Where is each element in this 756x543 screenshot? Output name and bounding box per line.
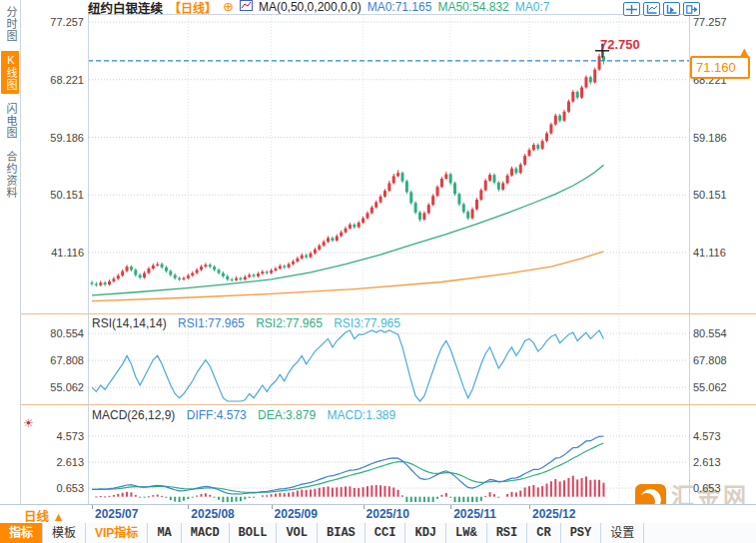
toolbar-tab-vip-indicator[interactable]: VIP指标 [86, 523, 148, 543]
toolbar-tab-ma[interactable]: MA [148, 523, 181, 543]
toolbar-tab-rsi[interactable]: RSI [487, 523, 528, 543]
rsi-name[interactable]: RSI(14,14,14) [92, 316, 167, 330]
y-axis-label: 80.554 [22, 327, 84, 339]
ma-mini-chart-icon [240, 0, 253, 14]
ma200-value: MA0:7 [515, 0, 550, 14]
sidebar-item-contract-info[interactable]: 合约资料 [1, 148, 19, 202]
y-axis-label: 2.613 [693, 456, 721, 468]
y-axis-label: 59.186 [693, 132, 727, 144]
macd-value: MACD:1.389 [327, 408, 395, 422]
y-axis-label: 77.257 [693, 16, 727, 28]
toolbar-tab-indicator[interactable]: 指标 [0, 523, 43, 543]
diff-value: DIFF:4.573 [187, 408, 247, 422]
pop-out-icon[interactable] [683, 2, 700, 16]
y-axis-label: 41.116 [22, 247, 84, 259]
toolbar-tab-boll[interactable]: BOLL [230, 523, 278, 543]
ma-formula: MA(0,50,0,200,0,0) [259, 0, 362, 14]
y-axis-label: 4.573 [693, 430, 721, 442]
instrument-title: 纽约白银连续 [88, 0, 163, 17]
chart-type-sidebar: 分时图K线图闪电图合约资料 [0, 0, 21, 504]
y-axis-label: 67.808 [22, 354, 84, 366]
x-axis-tick [272, 505, 273, 509]
axis-zoom-icon[interactable] [643, 2, 660, 16]
rsi1-value: RSI1:77.965 [178, 316, 245, 330]
plot-left-border [88, 14, 89, 521]
macd-header: MACD(26,12,9) DIFF:4.573 DEA:3.879 MACD:… [92, 408, 403, 422]
axis-pan-icon[interactable] [663, 2, 680, 16]
x-axis-tick [92, 505, 93, 509]
sidebar-item-kline-chart[interactable]: K线图 [1, 51, 19, 94]
add-indicator-icon[interactable]: ⊕ [223, 1, 234, 13]
y-axis-label: 68.221 [22, 74, 84, 86]
session-high-label: 72.750 [600, 37, 640, 52]
x-axis-month-label: 2025/07 [95, 507, 138, 521]
x-axis-month-label: 2025/08 [191, 507, 234, 521]
rsi-header: RSI(14,14,14) RSI1:77.965 RSI2:77.965 RS… [92, 316, 408, 330]
chart-canvas[interactable] [0, 0, 756, 543]
dea-value: DEA:3.879 [258, 408, 316, 422]
x-axis-month-label: 2025/11 [453, 507, 496, 521]
chart-header: 纽约白银连续 【日线】 ⊕ MA(0,50,0,200,0,0) MA0:71.… [88, 0, 549, 14]
x-axis-tick [450, 505, 451, 509]
y-axis-label: 50.151 [22, 189, 84, 201]
y-axis-label: 80.554 [693, 327, 727, 339]
y-axis-label: 67.808 [693, 354, 727, 366]
x-axis-month-label: 2025/10 [367, 507, 409, 521]
ma50-value: MA50:54.832 [437, 0, 508, 14]
toolbar-tab-lw[interactable]: LW& [446, 523, 487, 543]
x-axis-tick [364, 505, 365, 509]
y-axis-label: 59.186 [22, 132, 84, 144]
y-axis-label: 41.116 [693, 247, 726, 259]
chart-toolbar-icons [623, 2, 700, 16]
toolbar-tab-macd[interactable]: MACD [182, 523, 230, 543]
x-axis-month-label: 2025/12 [532, 507, 575, 521]
rsi-pane-divider[interactable] [20, 313, 756, 314]
toolbar-tab-bias[interactable]: BIAS [318, 523, 366, 543]
y-axis-label: 2.613 [22, 456, 84, 468]
toolbar-tab-cr[interactable]: CR [527, 523, 560, 543]
x-axis-tick [188, 505, 189, 509]
x-axis-row: 日线 ▲ 2025/072025/082025/092025/102025/11… [0, 504, 756, 524]
x-axis-tick [529, 505, 530, 509]
y-axis-label: 4.573 [22, 430, 84, 442]
toolbar-tab-kdj[interactable]: KDJ [405, 523, 446, 543]
crosshair-icon[interactable] [623, 2, 640, 16]
y-axis-label: 77.257 [22, 16, 84, 28]
y-axis-label: 0.653 [22, 482, 84, 494]
toolbar-tab-template[interactable]: 模板 [43, 523, 86, 543]
macd-pane-divider[interactable] [20, 404, 756, 405]
y-axis-label: 55.062 [693, 381, 727, 393]
macd-name[interactable]: MACD(26,12,9) [92, 408, 175, 422]
y-axis-label: 50.151 [693, 189, 727, 201]
x-axis-month-label: 2025/09 [275, 507, 318, 521]
sidebar-item-time-chart[interactable]: 分时图 [1, 3, 19, 45]
last-price-box[interactable]: 71.160 [690, 56, 750, 79]
toolbar-tab-psy[interactable]: PSY [561, 523, 602, 543]
toolbar-tab-vol[interactable]: VOL [277, 523, 318, 543]
y-axis-label: 55.062 [22, 381, 84, 393]
period-tag[interactable]: 【日线】 [169, 0, 217, 16]
sidebar-item-flash-chart[interactable]: 闪电图 [1, 100, 19, 142]
toolbar-tab-settings[interactable]: 设置 [601, 523, 644, 543]
toolbar-tab-cci[interactable]: CCI [366, 523, 406, 543]
indicator-toolbar: 指标模板VIP指标MAMACDBOLLVOLBIASCCIKDJLW&RSICR… [0, 523, 756, 543]
alert-icon[interactable]: ☀ [23, 416, 34, 430]
rsi3-value: RSI3:77.965 [334, 316, 400, 330]
ma0-value: MA0:71.165 [368, 0, 432, 14]
kline-chart-window: 分时图K线图闪电图合约资料 ☀ 纽约白银连续 【日线】 ⊕ MA(0,50,0,… [0, 0, 756, 543]
plot-right-border [689, 14, 690, 504]
y-axis-label: 0.653 [693, 482, 721, 494]
rsi2-value: RSI2:77.965 [256, 316, 323, 330]
